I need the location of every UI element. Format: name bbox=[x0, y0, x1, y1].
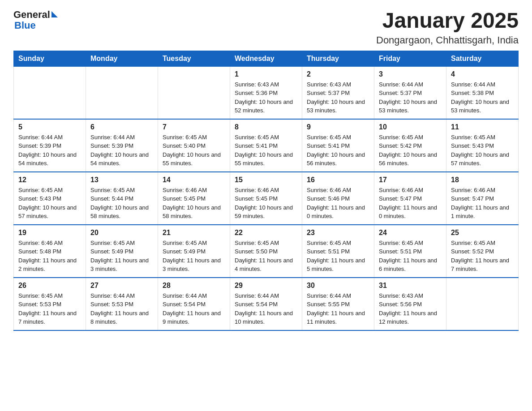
day-info: Sunrise: 6:44 AMSunset: 5:39 PMDaylight:… bbox=[18, 133, 81, 168]
calendar-cell: 17Sunrise: 6:46 AMSunset: 5:47 PMDayligh… bbox=[374, 172, 446, 225]
day-number: 23 bbox=[307, 229, 369, 237]
day-number: 6 bbox=[90, 123, 153, 131]
calendar-table: SundayMondayTuesdayWednesdayThursdayFrid… bbox=[13, 51, 519, 331]
day-number: 30 bbox=[307, 282, 369, 290]
day-info: Sunrise: 6:44 AMSunset: 5:55 PMDaylight:… bbox=[307, 291, 369, 326]
day-info: Sunrise: 6:45 AMSunset: 5:40 PMDaylight:… bbox=[163, 133, 225, 168]
calendar-cell: 14Sunrise: 6:46 AMSunset: 5:45 PMDayligh… bbox=[158, 172, 230, 225]
day-number: 18 bbox=[451, 176, 514, 184]
day-info: Sunrise: 6:45 AMSunset: 5:51 PMDaylight:… bbox=[307, 239, 369, 274]
weekday-header-saturday: Saturday bbox=[446, 51, 519, 66]
logo: General Blue bbox=[13, 9, 58, 30]
calendar-cell: 11Sunrise: 6:45 AMSunset: 5:43 PMDayligh… bbox=[446, 119, 519, 172]
calendar-cell: 18Sunrise: 6:46 AMSunset: 5:47 PMDayligh… bbox=[446, 172, 519, 225]
calendar-cell: 28Sunrise: 6:44 AMSunset: 5:54 PMDayligh… bbox=[158, 278, 230, 330]
day-number: 24 bbox=[379, 229, 442, 237]
calendar-cell: 23Sunrise: 6:45 AMSunset: 5:51 PMDayligh… bbox=[302, 225, 374, 278]
page-header: General Blue January 2025 Dongargaon, Ch… bbox=[13, 9, 519, 46]
day-info: Sunrise: 6:44 AMSunset: 5:54 PMDaylight:… bbox=[235, 291, 297, 326]
calendar-cell: 6Sunrise: 6:44 AMSunset: 5:39 PMDaylight… bbox=[86, 119, 158, 172]
day-info: Sunrise: 6:44 AMSunset: 5:53 PMDaylight:… bbox=[90, 291, 153, 326]
calendar-cell: 3Sunrise: 6:44 AMSunset: 5:37 PMDaylight… bbox=[374, 66, 446, 119]
day-number: 26 bbox=[18, 282, 81, 290]
calendar-cell: 22Sunrise: 6:45 AMSunset: 5:50 PMDayligh… bbox=[230, 225, 302, 278]
day-number: 28 bbox=[163, 282, 225, 290]
title-block: January 2025 Dongargaon, Chhattisgarh, I… bbox=[376, 9, 519, 46]
day-number: 19 bbox=[18, 229, 81, 237]
day-info: Sunrise: 6:46 AMSunset: 5:45 PMDaylight:… bbox=[235, 186, 297, 221]
logo-arrow-icon bbox=[51, 11, 58, 17]
day-number: 29 bbox=[235, 282, 297, 290]
logo-blue-text: Blue bbox=[14, 21, 36, 30]
weekday-header-monday: Monday bbox=[86, 51, 158, 66]
day-number: 17 bbox=[379, 176, 442, 184]
weekday-header-sunday: Sunday bbox=[14, 51, 86, 66]
calendar-cell: 29Sunrise: 6:44 AMSunset: 5:54 PMDayligh… bbox=[230, 278, 302, 330]
day-number: 21 bbox=[163, 229, 225, 237]
calendar-cell: 10Sunrise: 6:45 AMSunset: 5:42 PMDayligh… bbox=[374, 119, 446, 172]
calendar-cell: 30Sunrise: 6:44 AMSunset: 5:55 PMDayligh… bbox=[302, 278, 374, 330]
calendar-cell bbox=[14, 66, 86, 119]
weekday-header-thursday: Thursday bbox=[302, 51, 374, 66]
calendar-cell: 25Sunrise: 6:45 AMSunset: 5:52 PMDayligh… bbox=[446, 225, 519, 278]
calendar-cell bbox=[446, 278, 519, 330]
day-number: 27 bbox=[90, 282, 153, 290]
day-info: Sunrise: 6:46 AMSunset: 5:45 PMDaylight:… bbox=[163, 186, 225, 221]
day-info: Sunrise: 6:45 AMSunset: 5:41 PMDaylight:… bbox=[307, 133, 369, 168]
weekday-header-tuesday: Tuesday bbox=[158, 51, 230, 66]
day-info: Sunrise: 6:45 AMSunset: 5:43 PMDaylight:… bbox=[451, 133, 514, 168]
day-info: Sunrise: 6:45 AMSunset: 5:51 PMDaylight:… bbox=[379, 239, 442, 274]
day-info: Sunrise: 6:45 AMSunset: 5:44 PMDaylight:… bbox=[90, 186, 153, 221]
day-info: Sunrise: 6:43 AMSunset: 5:56 PMDaylight:… bbox=[379, 291, 442, 326]
calendar-cell: 5Sunrise: 6:44 AMSunset: 5:39 PMDaylight… bbox=[14, 119, 86, 172]
day-number: 16 bbox=[307, 176, 369, 184]
calendar-cell bbox=[86, 66, 158, 119]
day-info: Sunrise: 6:45 AMSunset: 5:42 PMDaylight:… bbox=[379, 133, 442, 168]
day-number: 5 bbox=[18, 123, 81, 131]
day-number: 7 bbox=[163, 123, 225, 131]
calendar-cell: 31Sunrise: 6:43 AMSunset: 5:56 PMDayligh… bbox=[374, 278, 446, 330]
calendar-cell: 4Sunrise: 6:44 AMSunset: 5:38 PMDaylight… bbox=[446, 66, 519, 119]
calendar-cell: 1Sunrise: 6:43 AMSunset: 5:36 PMDaylight… bbox=[230, 66, 302, 119]
day-number: 15 bbox=[235, 176, 297, 184]
day-number: 2 bbox=[307, 70, 369, 78]
day-number: 8 bbox=[235, 123, 297, 131]
day-info: Sunrise: 6:43 AMSunset: 5:37 PMDaylight:… bbox=[307, 80, 369, 115]
day-number: 31 bbox=[379, 282, 442, 290]
calendar-week-row: 5Sunrise: 6:44 AMSunset: 5:39 PMDaylight… bbox=[14, 119, 519, 172]
calendar-cell: 21Sunrise: 6:45 AMSunset: 5:49 PMDayligh… bbox=[158, 225, 230, 278]
day-info: Sunrise: 6:44 AMSunset: 5:54 PMDaylight:… bbox=[163, 291, 225, 326]
calendar-cell: 19Sunrise: 6:46 AMSunset: 5:48 PMDayligh… bbox=[14, 225, 86, 278]
day-info: Sunrise: 6:46 AMSunset: 5:47 PMDaylight:… bbox=[451, 186, 514, 221]
day-number: 9 bbox=[307, 123, 369, 131]
calendar-week-row: 26Sunrise: 6:45 AMSunset: 5:53 PMDayligh… bbox=[14, 278, 519, 330]
day-number: 4 bbox=[451, 70, 514, 78]
calendar-cell: 24Sunrise: 6:45 AMSunset: 5:51 PMDayligh… bbox=[374, 225, 446, 278]
day-info: Sunrise: 6:44 AMSunset: 5:38 PMDaylight:… bbox=[451, 80, 514, 115]
calendar-title: January 2025 bbox=[376, 9, 519, 33]
day-number: 3 bbox=[379, 70, 442, 78]
day-info: Sunrise: 6:45 AMSunset: 5:49 PMDaylight:… bbox=[163, 239, 225, 274]
day-number: 10 bbox=[379, 123, 442, 131]
day-number: 11 bbox=[451, 123, 514, 131]
day-info: Sunrise: 6:46 AMSunset: 5:47 PMDaylight:… bbox=[379, 186, 442, 221]
day-info: Sunrise: 6:45 AMSunset: 5:52 PMDaylight:… bbox=[451, 239, 514, 274]
calendar-cell: 27Sunrise: 6:44 AMSunset: 5:53 PMDayligh… bbox=[86, 278, 158, 330]
calendar-cell: 12Sunrise: 6:45 AMSunset: 5:43 PMDayligh… bbox=[14, 172, 86, 225]
calendar-week-row: 1Sunrise: 6:43 AMSunset: 5:36 PMDaylight… bbox=[14, 66, 519, 119]
calendar-header-row: SundayMondayTuesdayWednesdayThursdayFrid… bbox=[14, 51, 519, 66]
calendar-cell: 15Sunrise: 6:46 AMSunset: 5:45 PMDayligh… bbox=[230, 172, 302, 225]
calendar-week-row: 19Sunrise: 6:46 AMSunset: 5:48 PMDayligh… bbox=[14, 225, 519, 278]
day-number: 1 bbox=[235, 70, 297, 78]
day-number: 14 bbox=[163, 176, 225, 184]
weekday-header-wednesday: Wednesday bbox=[230, 51, 302, 66]
calendar-cell: 13Sunrise: 6:45 AMSunset: 5:44 PMDayligh… bbox=[86, 172, 158, 225]
calendar-cell: 9Sunrise: 6:45 AMSunset: 5:41 PMDaylight… bbox=[302, 119, 374, 172]
day-number: 25 bbox=[451, 229, 514, 237]
calendar-cell: 20Sunrise: 6:45 AMSunset: 5:49 PMDayligh… bbox=[86, 225, 158, 278]
day-info: Sunrise: 6:45 AMSunset: 5:53 PMDaylight:… bbox=[18, 291, 81, 326]
calendar-subtitle: Dongargaon, Chhattisgarh, India bbox=[376, 34, 519, 46]
day-info: Sunrise: 6:44 AMSunset: 5:37 PMDaylight:… bbox=[379, 80, 442, 115]
day-info: Sunrise: 6:45 AMSunset: 5:49 PMDaylight:… bbox=[90, 239, 153, 274]
calendar-cell: 7Sunrise: 6:45 AMSunset: 5:40 PMDaylight… bbox=[158, 119, 230, 172]
